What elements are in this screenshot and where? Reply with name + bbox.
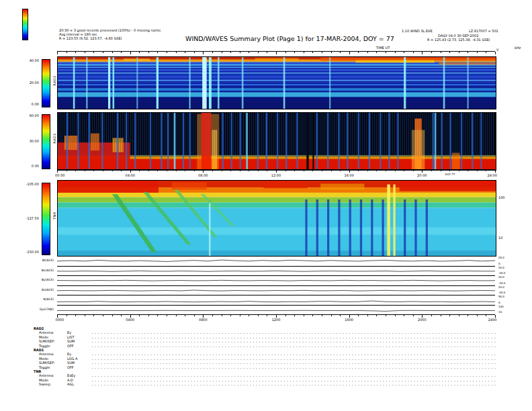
axis-tick: [75, 170, 76, 171]
axis-tick: [358, 315, 359, 316]
axis-tick: [395, 170, 396, 171]
axis-tick: [276, 52, 277, 54]
time-tick-label: 1200: [272, 318, 281, 322]
axis-tick: [449, 315, 450, 316]
legend-field-label: Sweep:: [34, 382, 67, 386]
rad1-colorbar: [42, 114, 50, 169]
colorbar-tick-label: -127.50: [26, 217, 39, 220]
axis-tick: [57, 170, 58, 173]
legend-dots: ........................................…: [91, 365, 497, 369]
mid-time-axis: 00:0004:0008:0012:0016:0020:0024:00DOY 7…: [57, 169, 497, 179]
doy-label: DOY 77: [445, 173, 455, 177]
axis-tick: [441, 52, 441, 53]
axis-tick: [477, 52, 478, 53]
line-series: [57, 276, 495, 285]
axis-tick: [459, 52, 459, 53]
axis-tick: [249, 315, 249, 316]
line-panels: [57, 256, 495, 315]
line-panel: [57, 276, 495, 286]
colorbar-tick-label: -150.00: [26, 250, 39, 254]
rad1-colorbar-ticks: 60.0030.000.00: [24, 114, 39, 168]
axis-tick: [249, 170, 249, 171]
unit-v-label: V: [496, 48, 498, 52]
legend-dots: ........................................…: [91, 382, 497, 386]
axis-tick: [486, 52, 486, 53]
line-panel-labels: Bt(ACE)Bx(ACE)By(ACE)Bz(ACE)N(ACE)Fpe(TN…: [23, 256, 55, 314]
time-tick-label: 12:00: [271, 173, 281, 177]
axis-tick: [203, 170, 204, 173]
line-panel-tick-bottom: -20.0: [498, 291, 505, 294]
axis-tick: [139, 52, 140, 53]
line-panel-tick-top: 20.0: [498, 286, 504, 289]
axis-tick: [477, 170, 478, 171]
time-tick-label: 16:00: [344, 173, 353, 177]
axis-tick: [358, 52, 359, 53]
line-panel-tick-bottom: 10.: [498, 311, 502, 314]
axis-tick: [222, 170, 222, 171]
axis-tick: [495, 170, 496, 173]
axis-tick: [386, 52, 386, 53]
header-info-left-3: R = 123.55 (6.52, 123.57, -4.83 GSE): [59, 36, 122, 40]
axis-tick: [194, 52, 195, 53]
axis-tick: [258, 52, 259, 53]
axis-tick: [249, 52, 249, 53]
axis-tick: [75, 52, 76, 53]
colorbar-tick-label: 40.00: [30, 59, 39, 62]
axis-tick: [121, 315, 122, 316]
axis-tick: [93, 52, 94, 53]
axis-tick: [449, 170, 450, 171]
axis-tick: [468, 315, 468, 316]
rad1-axis-label: RAD1: [52, 133, 56, 144]
summary-plot-page: 20:30 = 3 good records processed (100%) …: [0, 0, 532, 411]
axis-tick: [422, 170, 423, 173]
colorbar-tick-label: 0.00: [32, 165, 39, 168]
axis-tick: [294, 52, 295, 53]
time-tick-label: 04:00: [125, 173, 134, 177]
line-series: [57, 257, 495, 266]
rad2-axis-label: RAD2: [52, 75, 56, 86]
axis-tick: [130, 170, 131, 173]
axis-tick: [340, 52, 341, 53]
axis-tick: [331, 52, 332, 53]
legend-field-value: AGL: [67, 382, 91, 386]
axis-tick: [148, 315, 149, 316]
axis-tick: [85, 315, 85, 316]
axis-tick: [212, 52, 213, 53]
axis-tick: [376, 170, 377, 171]
line-panel-label: Fpe(TNR): [23, 308, 54, 311]
legend-field-value: OFF: [67, 344, 91, 348]
axis-tick: [222, 315, 222, 316]
axis-tick: [331, 315, 332, 316]
axis-tick: [304, 170, 304, 171]
line-panel-label: Bx(ACE): [23, 269, 54, 272]
axis-tick: [449, 52, 450, 53]
axis-tick: [285, 315, 286, 316]
unit-khz-label: kHz: [515, 46, 521, 50]
axis-tick: [157, 315, 158, 316]
colorbar-tick-label: 20.00: [30, 81, 39, 85]
axis-tick: [322, 52, 322, 53]
axis-tick: [395, 315, 396, 316]
line-panel-right-ticks: 20.00.20.0-20.020.0-20.020.0-20.050.00.1…: [497, 256, 517, 314]
axis-tick: [103, 52, 103, 53]
axis-tick: [367, 52, 368, 53]
tnr-colorbar-ticks: -105.00-127.50-150.00: [20, 183, 39, 254]
bottom-time-axis: 0000040008001200160020002400: [57, 314, 497, 322]
axis-tick: [185, 170, 185, 171]
legend-field-value: OFF: [67, 365, 91, 369]
axis-tick: [167, 170, 167, 171]
rad2-colorbar-ticks: 40.0020.000.00: [24, 59, 39, 106]
axis-tick: [66, 315, 67, 316]
mini-colorbar: [22, 9, 28, 40]
axis-tick: [103, 315, 103, 316]
axis-tick: [312, 315, 313, 316]
axis-tick: [285, 52, 286, 53]
axis-tick: [66, 170, 67, 171]
colorbar-tick-label: 0.00: [32, 103, 39, 106]
time-tick-label: 08:00: [198, 173, 208, 177]
time-tick-label: 0800: [199, 318, 208, 322]
axis-tick: [258, 315, 259, 316]
axis-tick: [495, 52, 496, 54]
legend-row: Toggle:OFF..............................…: [34, 344, 497, 348]
tnr-colorbar: [42, 183, 50, 255]
